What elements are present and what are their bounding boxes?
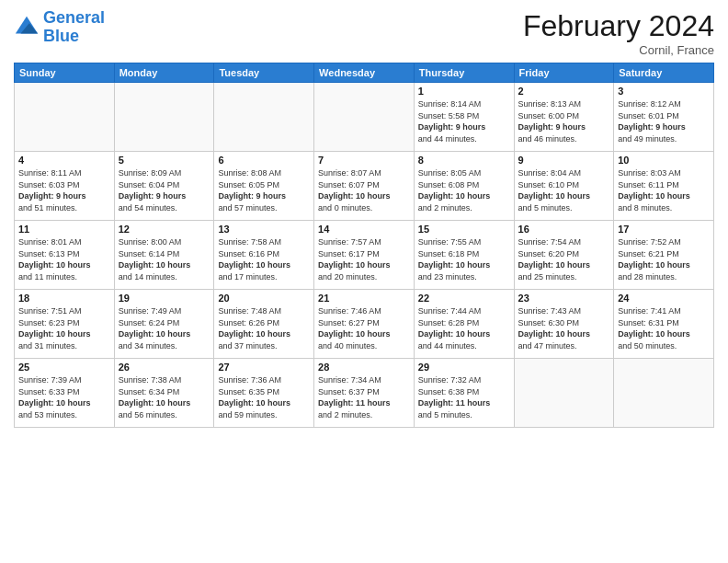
day-detail-line: Sunrise: 8:07 AM [318,167,410,179]
month-title: February 2024 [523,9,714,43]
daylight-label: Daylight: 9 hours [518,121,610,133]
day-info: Sunrise: 7:49 AMSunset: 6:24 PMDaylight:… [119,305,210,351]
daylight-label: Daylight: 10 hours [318,190,410,202]
col-saturday: Saturday [614,63,714,83]
day-number: 25 [18,362,110,373]
daylight-label: Daylight: 10 hours [318,259,410,271]
day-number: 14 [318,224,410,235]
day-detail-line: Sunrise: 8:01 AM [18,236,110,248]
calendar-week-row: 25Sunrise: 7:39 AMSunset: 6:33 PMDayligh… [15,359,714,428]
day-info: Sunrise: 7:51 AMSunset: 6:23 PMDaylight:… [18,305,110,351]
day-detail-line: Sunrise: 8:09 AM [119,167,210,179]
daylight-label: Daylight: 10 hours [218,397,310,409]
day-detail-line: Sunrise: 7:39 AM [18,374,110,386]
day-info: Sunrise: 8:04 AMSunset: 6:10 PMDaylight:… [518,167,610,213]
day-info: Sunrise: 7:38 AMSunset: 6:34 PMDaylight:… [119,374,210,420]
day-detail-line: Sunset: 6:08 PM [418,179,510,191]
day-detail-line: and 40 minutes. [318,340,410,352]
table-row: 18Sunrise: 7:51 AMSunset: 6:23 PMDayligh… [15,290,115,359]
daylight-label: Daylight: 11 hours [318,397,410,409]
table-row: 3Sunrise: 8:12 AMSunset: 6:01 PMDaylight… [614,83,714,152]
day-detail-line: Sunset: 6:26 PM [218,317,310,329]
day-detail-line: Sunset: 6:05 PM [218,179,310,191]
day-detail-line: Sunset: 6:28 PM [418,317,510,329]
day-detail-line: and 37 minutes. [218,340,310,352]
daylight-label: Daylight: 10 hours [418,328,510,340]
day-detail-line: Sunset: 6:34 PM [119,386,210,398]
day-info: Sunrise: 7:55 AMSunset: 6:18 PMDaylight:… [418,236,510,282]
daylight-label: Daylight: 11 hours [418,397,510,409]
daylight-label: Daylight: 10 hours [518,259,610,271]
day-info: Sunrise: 7:32 AMSunset: 6:38 PMDaylight:… [418,374,510,420]
table-row: 19Sunrise: 7:49 AMSunset: 6:24 PMDayligh… [114,290,214,359]
day-detail-line: Sunrise: 8:14 AM [418,98,510,110]
day-info: Sunrise: 7:46 AMSunset: 6:27 PMDaylight:… [318,305,410,351]
daylight-label: Daylight: 10 hours [618,190,710,202]
day-info: Sunrise: 7:34 AMSunset: 6:37 PMDaylight:… [318,374,410,420]
day-number: 18 [18,293,110,304]
calendar-week-row: 18Sunrise: 7:51 AMSunset: 6:23 PMDayligh… [15,290,714,359]
day-number: 26 [119,362,210,373]
table-row: 28Sunrise: 7:34 AMSunset: 6:37 PMDayligh… [314,359,415,428]
logo: General Blue [14,9,105,46]
day-info: Sunrise: 7:41 AMSunset: 6:31 PMDaylight:… [618,305,710,351]
day-detail-line: Sunrise: 7:41 AM [618,305,710,317]
table-row: 23Sunrise: 7:43 AMSunset: 6:30 PMDayligh… [514,290,614,359]
day-detail-line: Sunset: 6:07 PM [318,179,410,191]
daylight-label: Daylight: 10 hours [18,259,110,271]
day-number: 13 [218,224,310,235]
day-number: 15 [418,224,510,235]
day-detail-line: Sunset: 6:24 PM [119,317,210,329]
day-number: 21 [318,293,410,304]
daylight-label: Daylight: 10 hours [418,259,510,271]
day-detail-line: Sunrise: 7:43 AM [518,305,610,317]
day-detail-line: and 49 minutes. [618,133,710,145]
daylight-label: Daylight: 10 hours [518,328,610,340]
day-number: 17 [618,224,710,235]
day-number: 11 [18,224,110,235]
day-detail-line: and 31 minutes. [18,340,110,352]
day-detail-line: Sunset: 5:58 PM [418,110,510,122]
logo-text: General Blue [43,9,105,46]
table-row [114,83,214,152]
daylight-label: Daylight: 10 hours [119,259,210,271]
day-number: 12 [119,224,210,235]
title-block: February 2024 Cornil, France [523,9,714,57]
table-row: 24Sunrise: 7:41 AMSunset: 6:31 PMDayligh… [614,290,714,359]
day-detail-line: Sunrise: 8:00 AM [119,236,210,248]
table-row: 17Sunrise: 7:52 AMSunset: 6:21 PMDayligh… [614,221,714,290]
day-detail-line: Sunrise: 7:54 AM [518,236,610,248]
day-detail-line: Sunrise: 7:58 AM [218,236,310,248]
day-detail-line: and 5 minutes. [418,409,510,421]
day-info: Sunrise: 8:08 AMSunset: 6:05 PMDaylight:… [218,167,310,213]
daylight-label: Daylight: 9 hours [18,190,110,202]
table-row: 4Sunrise: 8:11 AMSunset: 6:03 PMDaylight… [15,152,115,221]
daylight-label: Daylight: 10 hours [318,328,410,340]
day-detail-line: and 20 minutes. [318,271,410,283]
day-info: Sunrise: 7:43 AMSunset: 6:30 PMDaylight:… [518,305,610,351]
col-friday: Friday [514,63,614,83]
table-row: 21Sunrise: 7:46 AMSunset: 6:27 PMDayligh… [314,290,415,359]
day-detail-line: Sunset: 6:37 PM [318,386,410,398]
day-detail-line: Sunrise: 8:05 AM [418,167,510,179]
day-detail-line: Sunrise: 8:08 AM [218,167,310,179]
daylight-label: Daylight: 10 hours [119,328,210,340]
daylight-label: Daylight: 10 hours [518,190,610,202]
table-row: 1Sunrise: 8:14 AMSunset: 5:58 PMDaylight… [414,83,514,152]
day-detail-line: Sunrise: 7:52 AM [618,236,710,248]
day-detail-line: Sunrise: 7:32 AM [418,374,510,386]
day-info: Sunrise: 7:52 AMSunset: 6:21 PMDaylight:… [618,236,710,282]
day-detail-line: Sunrise: 8:03 AM [618,167,710,179]
day-number: 9 [518,155,610,166]
calendar-week-row: 4Sunrise: 8:11 AMSunset: 6:03 PMDaylight… [15,152,714,221]
table-row: 10Sunrise: 8:03 AMSunset: 6:11 PMDayligh… [614,152,714,221]
calendar-header-row: Sunday Monday Tuesday Wednesday Thursday… [15,63,714,83]
daylight-label: Daylight: 10 hours [618,328,710,340]
day-detail-line: Sunset: 6:14 PM [119,248,210,260]
table-row: 9Sunrise: 8:04 AMSunset: 6:10 PMDaylight… [514,152,614,221]
table-row: 20Sunrise: 7:48 AMSunset: 6:26 PMDayligh… [214,290,314,359]
calendar-body: 1Sunrise: 8:14 AMSunset: 5:58 PMDaylight… [15,83,714,428]
day-info: Sunrise: 8:07 AMSunset: 6:07 PMDaylight:… [318,167,410,213]
day-detail-line: and 46 minutes. [518,133,610,145]
day-detail-line: Sunset: 6:21 PM [618,248,710,260]
